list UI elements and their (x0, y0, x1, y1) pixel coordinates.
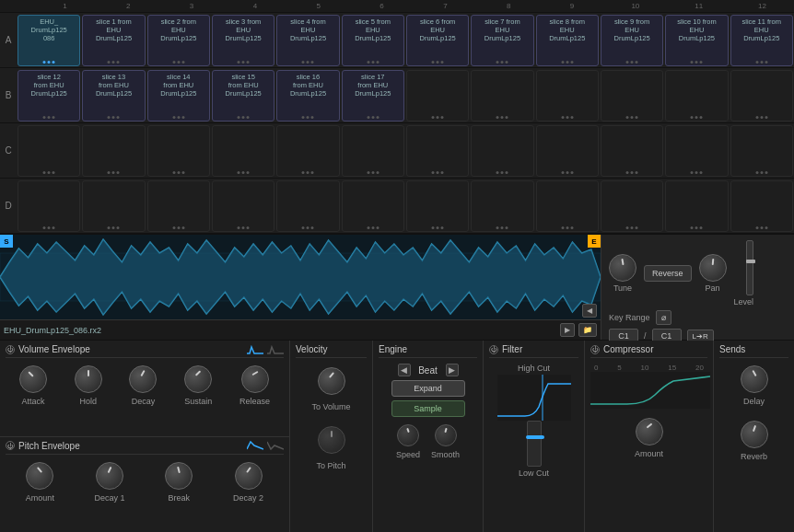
pad-c7[interactable] (406, 125, 469, 177)
pad-b8[interactable] (471, 70, 533, 121)
pad-d5[interactable] (276, 180, 339, 232)
smooth-knob[interactable] (435, 424, 457, 446)
pad-a7[interactable]: slice 6 fromEHUDrumLp125 (406, 15, 469, 66)
vol-env-power[interactable]: ⏻ (6, 345, 15, 354)
col-header-3: 3 (160, 0, 224, 12)
pad-b3[interactable]: slice 14from EHUDrumLp125 (147, 70, 210, 121)
pad-c1[interactable] (18, 125, 80, 177)
pad-b12[interactable] (730, 70, 793, 121)
to-volume-knob[interactable] (318, 367, 345, 395)
key-range-slash: / (644, 331, 647, 341)
pad-c10[interactable] (601, 125, 663, 177)
vol-env-shape-down[interactable] (267, 345, 284, 354)
to-pitch-knob[interactable] (318, 426, 345, 454)
pad-c4[interactable] (212, 125, 274, 177)
tune-knob[interactable] (609, 254, 636, 282)
comp-amount-knob[interactable] (636, 418, 663, 445)
hold-knob[interactable] (75, 365, 102, 393)
pad-a4[interactable]: slice 3 fromEHUDrumLp125 (212, 15, 274, 66)
pad-a2[interactable]: slice 1 fromEHUDrumLp125 (82, 15, 145, 66)
row-label-c: C (0, 145, 17, 156)
pad-d10[interactable] (601, 180, 663, 232)
pad-b2[interactable]: slice 13from EHUDrumLp125 (82, 70, 145, 121)
level-fader[interactable] (746, 240, 753, 295)
phi-button[interactable]: ⌀ (656, 310, 671, 325)
pad-a10[interactable]: slice 9 fromEHUDrumLp125 (601, 15, 663, 66)
pad-b7[interactable] (406, 70, 469, 121)
speed-knob[interactable] (397, 424, 419, 446)
reverb-knob[interactable] (741, 421, 768, 448)
pad-a3[interactable]: slice 2 fromEHUDrumLp125 (147, 15, 210, 66)
pad-a8[interactable]: slice 7 fromEHUDrumLp125 (471, 15, 533, 66)
pad-d4[interactable] (212, 180, 274, 232)
pad-c3[interactable] (147, 125, 210, 177)
pad-b6[interactable]: slice 17from EHUDrumLp125 (342, 70, 404, 121)
pad-b11[interactable] (665, 70, 728, 121)
decay-knob[interactable] (129, 365, 157, 393)
pad-a9[interactable]: slice 8 fromEHUDrumLp125 (536, 15, 599, 66)
engine-next-btn[interactable]: ▶ (446, 364, 459, 376)
pad-a11[interactable]: slice 10 from EHUDrumLp125 (665, 15, 728, 66)
filter-inner: High Cut Low Cut (489, 364, 578, 478)
pad-d12[interactable] (730, 180, 793, 232)
pitch-env-shape-down[interactable] (267, 441, 284, 450)
pad-c6[interactable] (342, 125, 404, 177)
pad-d2[interactable] (82, 180, 145, 232)
filter-power[interactable]: ⏻ (489, 345, 498, 354)
pad-d1[interactable] (18, 180, 80, 232)
sustain-knob[interactable] (184, 365, 212, 393)
pad-b4[interactable]: slice 15from EHUDrumLp125 (212, 70, 274, 121)
pitch-decay1-label: Decay 1 (95, 493, 125, 503)
pad-c8[interactable] (471, 125, 533, 177)
pad-d9[interactable] (536, 180, 599, 232)
release-knob[interactable] (241, 365, 269, 393)
comp-db-5: 5 (617, 364, 621, 372)
waveform-prev-btn[interactable]: ◀ (582, 304, 597, 318)
high-cut-fader[interactable] (527, 421, 542, 467)
pad-c9[interactable] (536, 125, 599, 177)
engine-controls: ◀ Beat ▶ Expand Sample Speed Smooth (379, 364, 477, 459)
filter-curve-svg (497, 375, 571, 421)
col-header-7: 7 (414, 0, 477, 12)
pitch-env-power[interactable]: ⏻ (6, 441, 15, 450)
sample-button[interactable]: Sample (391, 400, 465, 417)
pad-b9[interactable] (536, 70, 599, 121)
engine-mode-row: ◀ Beat ▶ (398, 364, 459, 376)
pitch-env-shape-up[interactable] (247, 441, 263, 450)
pad-c11[interactable] (665, 125, 728, 177)
pad-b10[interactable] (601, 70, 663, 121)
velocity-header: Velocity (296, 344, 367, 358)
pad-a1[interactable]: EHU_DrumLp125086 (18, 15, 80, 66)
pad-a12[interactable]: slice 11 from EHUDrumLp125 (730, 15, 793, 66)
pad-d8[interactable] (471, 180, 533, 232)
pad-a5[interactable]: slice 4 fromEHUDrumLp125 (276, 15, 339, 66)
pitch-break-knob[interactable] (165, 462, 193, 490)
comp-power[interactable]: ⏻ (590, 345, 600, 354)
delay-knob[interactable] (741, 365, 768, 393)
col-header-4: 4 (223, 0, 286, 12)
pad-c2[interactable] (82, 125, 145, 177)
pitch-decay2-knob[interactable] (235, 462, 263, 490)
pad-d3[interactable] (147, 180, 210, 232)
vol-env-shape-up[interactable] (247, 345, 263, 354)
pad-b1[interactable]: slice 12from EHUDrumLp125 (18, 70, 80, 121)
attack-knob[interactable] (19, 365, 47, 393)
pad-a6[interactable]: slice 5 fromEHUDrumLp125 (342, 15, 404, 66)
waveform-folder-btn[interactable]: 📁 (578, 323, 597, 337)
pad-c12[interactable] (730, 125, 793, 177)
pad-c5[interactable] (276, 125, 339, 177)
pitch-amount-knob[interactable] (26, 462, 53, 490)
engine-prev-btn[interactable]: ◀ (398, 364, 411, 376)
comp-amount-label: Amount (635, 449, 663, 458)
pan-knob[interactable] (699, 254, 727, 282)
pad-d7[interactable] (406, 180, 469, 232)
reverse-button[interactable]: Reverse (644, 265, 692, 282)
waveform-section: S E EHU_DrumLp125_086.rx2 ◀ ▶ 📁 (0, 235, 794, 341)
pad-d11[interactable] (665, 180, 728, 232)
pitch-decay1-knob[interactable] (96, 462, 123, 490)
waveform-display[interactable]: S E EHU_DrumLp125_086.rx2 ◀ ▶ 📁 (0, 235, 601, 340)
pad-d6[interactable] (342, 180, 404, 232)
expand-button[interactable]: Expand (391, 380, 465, 397)
pad-b5[interactable]: slice 16from EHUDrumLp125 (276, 70, 339, 121)
waveform-next-btn[interactable]: ▶ (560, 323, 575, 337)
